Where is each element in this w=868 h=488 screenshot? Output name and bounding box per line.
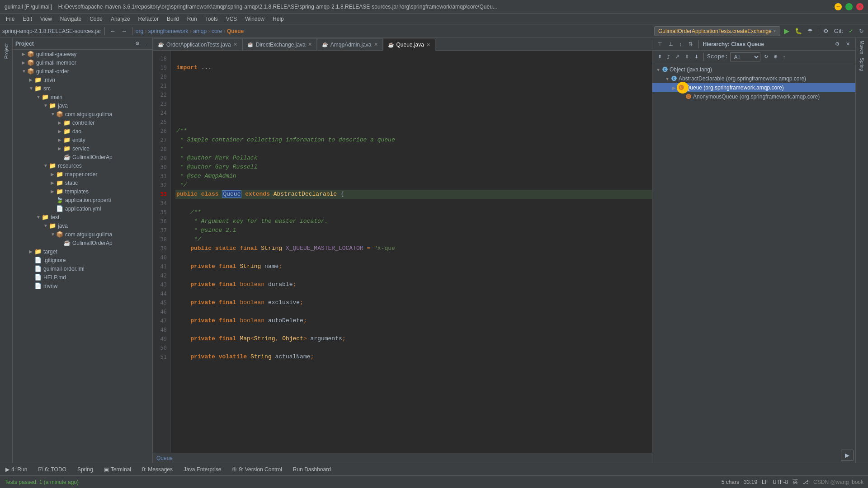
menu-view[interactable]: View	[37, 15, 56, 23]
tree-item-target[interactable]: ▶ 📁 target	[13, 247, 152, 256]
tree-item-test-java[interactable]: ▼ 📁 java	[13, 221, 152, 230]
tree-item-gulimall-ap[interactable]: ▶ ☕ GulimallOrderAp	[13, 153, 152, 161]
menu-vcs[interactable]: VCS	[222, 15, 241, 23]
tab-spring[interactable]: Spring	[75, 465, 95, 474]
tree-item-iml[interactable]: ▶ 📄 gulimall-order.iml	[13, 264, 152, 273]
checkmark-button[interactable]: ✓	[847, 27, 855, 35]
settings-button[interactable]: ⚙	[821, 27, 830, 35]
hier-filter-icon[interactable]: ⊕	[772, 53, 779, 61]
tab-amqp-admin[interactable]: ☕ AmqpAdmin.java ✕	[317, 38, 383, 50]
scope-select[interactable]: All Project Module	[730, 52, 760, 61]
hier-supertypes-icon[interactable]: ⊤	[656, 40, 664, 48]
tab-order-tests[interactable]: ☕ OrderApplicationTests.java ✕	[153, 38, 242, 50]
tree-item-app-yml[interactable]: ▶ 📄 application.yml	[13, 204, 152, 213]
tree-item-test-ap[interactable]: ▶ ☕ GulimallOrderAp	[13, 239, 152, 247]
cursor-position[interactable]: 33:19	[744, 479, 757, 485]
menu-help[interactable]: Help	[269, 15, 288, 23]
tree-item-mapper-order[interactable]: ▶ 📁 mapper.order	[13, 170, 152, 178]
menu-analyze[interactable]: Analyze	[107, 15, 134, 23]
minimize-button[interactable]: ─	[835, 3, 842, 10]
tree-item-member[interactable]: ▶ 📦 gulimall-member	[13, 58, 152, 67]
line-ending[interactable]: LF	[762, 479, 768, 485]
tree-item-resources[interactable]: ▼ 📁 resources	[13, 161, 152, 170]
git-button[interactable]: Git:	[832, 27, 845, 35]
tab-run[interactable]: ▶ 4: Run	[4, 465, 29, 474]
hier-toolbar-btn4[interactable]: ⇧	[683, 53, 691, 61]
hier-close-icon[interactable]: ✕	[844, 40, 852, 48]
sidebar-settings-icon[interactable]: ⚙	[133, 40, 142, 47]
hier-refresh-icon[interactable]: ↻	[762, 53, 770, 61]
hier-settings-icon[interactable]: ⚙	[833, 40, 841, 48]
run-config-selector[interactable]: GulimallOrderApplicationTests.createExch…	[654, 26, 780, 36]
tab-close-amqp[interactable]: ✕	[374, 42, 378, 47]
bc-org[interactable]: org	[136, 28, 143, 34]
encoding[interactable]: UTF-8	[773, 479, 788, 485]
tree-item-order[interactable]: ▼ 📦 gulimall-order	[13, 67, 152, 75]
menu-navigate[interactable]: Navigate	[57, 15, 85, 23]
tab-close-queue[interactable]: ✕	[426, 42, 430, 48]
tree-item-gateway[interactable]: ▶ 📦 gulimall-gateway	[13, 50, 152, 58]
hier-toolbar-btn5[interactable]: ⬇	[693, 53, 700, 61]
sidebar-collapse-icon[interactable]: −	[143, 40, 150, 47]
tab-run-dashboard[interactable]: Run Dashboard	[291, 465, 333, 474]
tree-item-entity[interactable]: ▶ 📁 entity	[13, 136, 152, 144]
menu-build[interactable]: Build	[163, 15, 183, 23]
bc-springframework[interactable]: springframework	[148, 28, 189, 34]
hier-toolbar-btn2[interactable]: ⤴	[665, 53, 672, 61]
menu-file[interactable]: File	[2, 15, 18, 23]
menu-edit[interactable]: Edit	[19, 15, 36, 23]
tab-terminal[interactable]: ▣ Terminal	[102, 465, 133, 474]
hier-toolbar-btn1[interactable]: ⬆	[656, 53, 664, 61]
tree-item-test-pkg[interactable]: ▼ 📦 com.atguigu.gulima	[13, 230, 152, 239]
forward-button[interactable]: →	[119, 27, 129, 35]
tree-item-src[interactable]: ▼ 📁 src	[13, 84, 152, 93]
back-button[interactable]: ←	[108, 27, 118, 35]
bc-core[interactable]: core	[212, 28, 222, 34]
menu-code[interactable]: Code	[86, 15, 106, 23]
maximize-button[interactable]: □	[845, 3, 853, 10]
update-button[interactable]: ↻	[857, 27, 866, 35]
menu-run[interactable]: Run	[184, 15, 201, 23]
tree-item-java[interactable]: ▼ 📁 java	[13, 101, 152, 110]
tree-item-controller[interactable]: ▶ 📁 controller	[13, 118, 152, 127]
hier-item-queue[interactable]: ▶ 🅒 Queue (org.springframework.amqp.core…	[652, 83, 855, 92]
hier-item-object[interactable]: ▼ 🅒 Object (java.lang)	[652, 65, 855, 74]
hier-export-icon[interactable]: ↑	[781, 53, 788, 61]
tree-item-help[interactable]: ▶ 📄 HELP.md	[13, 273, 152, 282]
tab-close-tests[interactable]: ✕	[233, 42, 237, 47]
tab-close-direct[interactable]: ✕	[308, 42, 312, 47]
tab-version-control[interactable]: ⑨ 9: Version Control	[230, 465, 283, 474]
project-tab-button[interactable]: Project	[3, 40, 10, 62]
menu-refactor[interactable]: Refactor	[135, 15, 162, 23]
tree-item-mvnw[interactable]: ▶ 📄 mvnw	[13, 282, 152, 290]
menu-tools[interactable]: Tools	[202, 15, 222, 23]
tab-java-enterprise[interactable]: Java Enterprise	[182, 465, 223, 474]
maven-tab[interactable]: Maven	[858, 40, 866, 55]
tree-item-app-prop[interactable]: ▶ 🍃 application.properti	[13, 196, 152, 204]
hier-all-icon[interactable]: ↕	[678, 41, 684, 48]
bc-amqp[interactable]: amqp	[193, 28, 207, 34]
bc-queue[interactable]: Queue	[227, 28, 244, 34]
coverage-button[interactable]: ☂	[806, 27, 815, 35]
hier-sort-icon[interactable]: ⇅	[687, 40, 694, 48]
spring-tab-right[interactable]: Spring	[858, 57, 866, 72]
tree-item-mvn[interactable]: ▶ 📁 .mvn	[13, 75, 152, 84]
tab-messages[interactable]: 0: Messages	[140, 465, 175, 474]
tree-item-test[interactable]: ▼ 📁 test	[13, 213, 152, 221]
tree-item-pkg[interactable]: ▼ 📦 com.atguigu.gulima	[13, 110, 152, 118]
hier-item-anonymous[interactable]: ▶ 🅒 AnonymousQueue (org.springframework.…	[652, 92, 855, 101]
language-indicator[interactable]: 英	[793, 478, 798, 486]
hier-scroll-play[interactable]: ▶	[841, 450, 854, 461]
run-button[interactable]: ▶	[782, 26, 791, 36]
tree-item-gitignore[interactable]: ▶ 📄 .gitignore	[13, 256, 152, 264]
menu-window[interactable]: Window	[241, 15, 268, 23]
tree-item-templates[interactable]: ▶ 📁 templates	[13, 187, 152, 196]
close-button[interactable]: ✕	[856, 3, 863, 10]
code-editor[interactable]: import ... /** * Simple container collec…	[171, 51, 652, 453]
debug-button[interactable]: 🐛	[793, 27, 804, 35]
hier-subtypes-icon[interactable]: ⊥	[667, 40, 675, 48]
tab-queue[interactable]: ☕ Queue.java ✕	[383, 39, 435, 51]
tree-item-static[interactable]: ▶ 📁 static	[13, 178, 152, 187]
tree-item-main[interactable]: ▼ 📁 main	[13, 93, 152, 101]
tab-direct-exchange[interactable]: ☕ DirectExchange.java ✕	[242, 38, 317, 50]
